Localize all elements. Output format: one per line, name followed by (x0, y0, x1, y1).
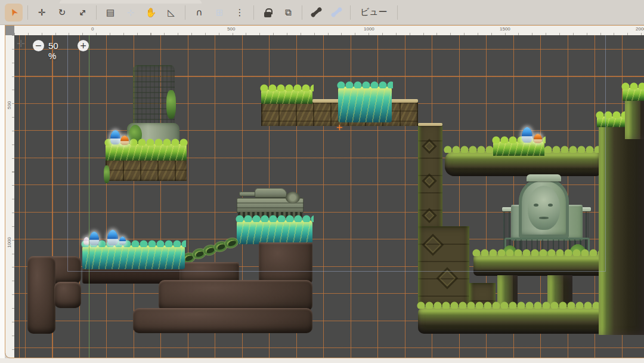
scale-icon: ↔ (76, 6, 89, 19)
panel-left-border (0, 25, 5, 358)
ruler-triangle-icon: ◺ (168, 7, 175, 18)
toolbar-separator (253, 5, 254, 20)
ik-bone-button[interactable] (327, 4, 345, 21)
snap-options-button[interactable]: ⋮ (231, 4, 249, 21)
pivot-tool-button[interactable]: ⊹ (122, 4, 140, 21)
lock-button[interactable] (259, 4, 277, 21)
list-select-icon: ▤ (106, 7, 114, 18)
select-tool-button[interactable]: ➤ (5, 4, 23, 21)
ruler-label: 2000 (636, 26, 644, 32)
dirt-block[interactable] (133, 308, 312, 333)
scale-tool-button[interactable]: ↔ (73, 4, 91, 21)
ruler-label: 500 (227, 26, 235, 32)
bone-icon (312, 8, 321, 16)
rotate-icon: ↻ (58, 7, 66, 18)
ik-bone-icon (332, 8, 341, 16)
panel-bottom-border (0, 358, 644, 363)
magnet-icon: ∩ (196, 7, 203, 18)
rotate-tool-button[interactable]: ↻ (53, 4, 71, 21)
pan-hand-icon: ✋ (145, 7, 157, 18)
ruler-label: 500 (7, 101, 12, 109)
zoom-level-label: 50 % (48, 41, 58, 61)
list-select-tool-button[interactable]: ▤ (101, 4, 119, 21)
toolbar-separator (350, 5, 351, 20)
view-menu-button[interactable]: ビュー (354, 4, 394, 21)
pan-hint-icon: ✛ (17, 38, 25, 50)
viewport-2d: 0 500 1000 1500 2000 500 1000 (5, 25, 644, 358)
ruler-label: 1000 (7, 237, 12, 248)
toolbar-separator (185, 5, 185, 20)
ruler-corner-box (5, 26, 14, 35)
vertical-ruler[interactable]: 500 1000 (5, 35, 14, 358)
bone-button[interactable] (307, 4, 325, 21)
lock-icon (264, 12, 271, 17)
dirt-column[interactable] (27, 256, 55, 334)
smart-snap-button[interactable]: ∩ (190, 4, 208, 21)
selection-bounds (67, 35, 606, 272)
vertical-dots-icon: ⋮ (236, 7, 244, 18)
move-icon: ✛ (38, 7, 46, 18)
ruler-label: 1000 (364, 26, 374, 32)
dirt-block[interactable] (159, 280, 312, 311)
toolbar-separator (302, 5, 302, 20)
select-arrow-icon: ➤ (7, 6, 20, 19)
toolbar-separator (397, 5, 398, 20)
toolbar-separator (27, 5, 28, 20)
zoom-in-button[interactable]: + (78, 40, 89, 51)
group-icon: ⧉ (285, 7, 292, 18)
ruler-tool-button[interactable]: ◺ (162, 4, 180, 21)
toolbar: ➤ ✛ ↻ ↔ ▤ ⊹ ✋ ◺ ∩ ⊞ ⋮ ⧉ ビュー (0, 0, 644, 25)
upper-right-ledge[interactable] (625, 100, 644, 139)
zoom-out-button[interactable]: − (33, 40, 44, 51)
ruler-label: 0 (91, 26, 94, 32)
horizontal-ruler[interactable]: 0 500 1000 1500 2000 (14, 26, 644, 35)
grid-icon: ⊞ (216, 7, 224, 18)
bottom-floor[interactable] (418, 307, 605, 334)
ledge-grass[interactable] (623, 88, 644, 101)
grid-snap-button[interactable]: ⊞ (210, 4, 228, 21)
dirt-step[interactable] (54, 282, 81, 308)
editor-canvas[interactable]: ✛ − 50 % + (14, 35, 644, 358)
pan-tool-button[interactable]: ✋ (142, 4, 160, 21)
move-tool-button[interactable]: ✛ (33, 4, 51, 21)
pivot-icon: ⊹ (127, 7, 135, 18)
group-button[interactable]: ⧉ (279, 4, 297, 21)
ruler-label: 1500 (500, 26, 510, 32)
toolbar-separator (96, 5, 97, 20)
